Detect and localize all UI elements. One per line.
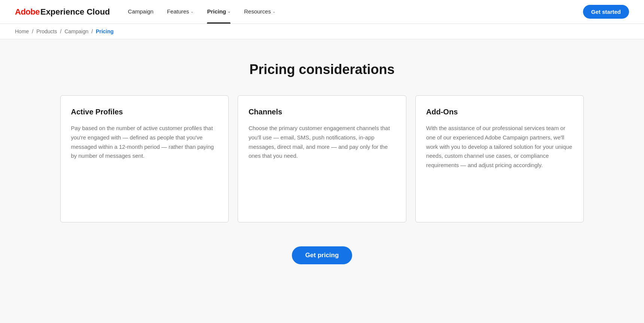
cta-container: Get pricing bbox=[22, 246, 622, 264]
pricing-cards-grid: Active Profiles Pay based on the number … bbox=[60, 95, 584, 222]
page-title: Pricing considerations bbox=[22, 62, 622, 77]
chevron-down-icon: ⌄ bbox=[190, 9, 193, 13]
site-header: Adobe Experience Cloud Campaign Features… bbox=[0, 0, 644, 24]
card-channels-title: Channels bbox=[248, 108, 396, 116]
get-started-button[interactable]: Get started bbox=[583, 5, 629, 19]
breadcrumb-separator: / bbox=[91, 28, 93, 34]
logo[interactable]: Adobe Experience Cloud bbox=[15, 7, 110, 17]
main-content: Pricing considerations Active Profiles P… bbox=[0, 39, 644, 294]
card-addons: Add-Ons With the assistance of our profe… bbox=[415, 95, 584, 222]
logo-experience-cloud: Experience Cloud bbox=[40, 7, 110, 17]
breadcrumb-pricing: Pricing bbox=[96, 28, 113, 34]
chevron-down-icon: ⌄ bbox=[272, 9, 275, 13]
card-channels-body: Choose the primary customer engagement c… bbox=[248, 124, 396, 161]
card-addons-body: With the assistance of our professional … bbox=[426, 124, 573, 170]
breadcrumb-separator: / bbox=[60, 28, 62, 34]
nav-resources[interactable]: Resources ⌄ bbox=[244, 8, 275, 15]
card-channels: Channels Choose the primary customer eng… bbox=[238, 95, 406, 222]
nav-features[interactable]: Features ⌄ bbox=[167, 8, 193, 15]
nav-pricing[interactable]: Pricing ⌄ bbox=[207, 8, 231, 15]
chevron-down-icon: ⌄ bbox=[228, 9, 231, 13]
logo-adobe: Adobe bbox=[15, 7, 40, 17]
card-addons-title: Add-Ons bbox=[426, 108, 573, 116]
breadcrumb-separator: / bbox=[32, 28, 33, 34]
breadcrumb: Home / Products / Campaign / Pricing bbox=[0, 24, 644, 39]
card-active-profiles-body: Pay based on the number of active custom… bbox=[71, 124, 218, 161]
card-active-profiles: Active Profiles Pay based on the number … bbox=[60, 95, 229, 222]
card-active-profiles-title: Active Profiles bbox=[71, 108, 218, 116]
breadcrumb-home[interactable]: Home bbox=[15, 28, 29, 34]
main-nav: Campaign Features ⌄ Pricing ⌄ Resources … bbox=[128, 8, 583, 15]
nav-campaign[interactable]: Campaign bbox=[128, 8, 153, 15]
get-pricing-button[interactable]: Get pricing bbox=[292, 246, 352, 264]
breadcrumb-products[interactable]: Products bbox=[36, 28, 57, 34]
breadcrumb-campaign[interactable]: Campaign bbox=[64, 28, 88, 34]
